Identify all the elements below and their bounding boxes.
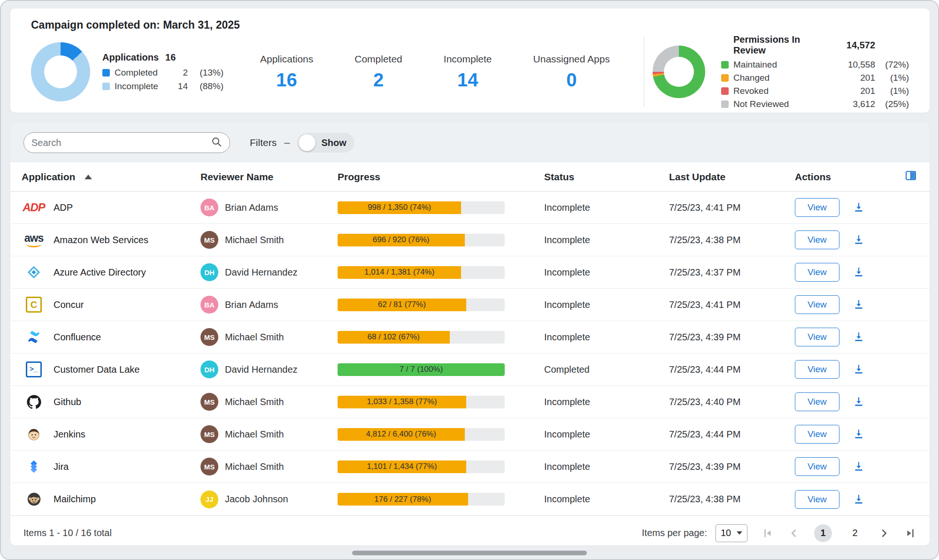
application-name: Azure Active Directory bbox=[54, 267, 146, 278]
permissions-summary: Permissions In Review 14,572 Maintained … bbox=[653, 34, 909, 109]
table-row: aws Amazon Web Services MS Michael Smith… bbox=[10, 224, 930, 256]
reviewer-name: Michael Smith bbox=[225, 429, 284, 440]
view-button[interactable]: View bbox=[795, 263, 839, 282]
stat-incomplete: Incomplete 14 bbox=[444, 54, 492, 91]
column-settings-icon[interactable] bbox=[904, 169, 917, 184]
application-name: Jenkins bbox=[54, 429, 85, 440]
table-row: ADP ADP BA Brian Adams 998 / 1,350 (74%)… bbox=[10, 192, 930, 224]
view-button[interactable]: View bbox=[795, 230, 839, 249]
permissions-total: 14,572 bbox=[833, 40, 875, 51]
stat-completed: Completed 2 bbox=[354, 54, 402, 91]
progress-label: 1,033 / 1,358 (77%) bbox=[367, 397, 437, 407]
not-reviewed-swatch-icon bbox=[721, 100, 729, 108]
legend-item-revoked: Revoked 201 (1%) bbox=[721, 86, 909, 96]
view-button[interactable]: View bbox=[795, 425, 839, 444]
jenkins-logo-icon bbox=[22, 427, 46, 442]
table-header-row: Application Reviewer Name Progress Statu… bbox=[10, 162, 930, 192]
completed-swatch-icon bbox=[102, 69, 110, 77]
download-icon[interactable] bbox=[853, 331, 865, 343]
view-button[interactable]: View bbox=[795, 457, 839, 476]
download-icon[interactable] bbox=[853, 363, 865, 376]
last-update: 7/25/23, 4:38 PM bbox=[669, 494, 740, 504]
applications-donut-chart bbox=[31, 42, 90, 101]
search-input[interactable] bbox=[31, 138, 211, 148]
aws-logo-icon: aws bbox=[22, 233, 46, 247]
status-text: Incomplete bbox=[544, 461, 590, 472]
view-button[interactable]: View bbox=[795, 328, 839, 346]
filter-bar: Filters – Show bbox=[10, 123, 930, 162]
view-button[interactable]: View bbox=[795, 360, 839, 379]
last-update: 7/25/23, 4:40 PM bbox=[669, 397, 740, 407]
column-header-status[interactable]: Status bbox=[544, 171, 669, 183]
page-number-2[interactable]: 2 bbox=[846, 524, 864, 542]
items-per-page-label: Items per page: bbox=[642, 528, 707, 538]
column-header-application[interactable]: Application bbox=[10, 171, 200, 183]
download-icon[interactable] bbox=[853, 266, 865, 278]
table-row: Confluence MS Michael Smith 68 / 102 (67… bbox=[10, 321, 930, 353]
changed-swatch-icon bbox=[721, 74, 729, 82]
search-icon bbox=[211, 136, 222, 149]
items-per-page-select[interactable]: 10 bbox=[716, 524, 747, 542]
legend-total: 16 bbox=[165, 52, 176, 63]
progress-fill: 176 / 227 (78%) bbox=[338, 493, 468, 506]
progress-bar: 998 / 1,350 (74%) bbox=[338, 201, 505, 214]
application-name: Github bbox=[54, 397, 81, 407]
column-header-last-update[interactable]: Last Update bbox=[669, 171, 795, 183]
last-update: 7/25/23, 4:41 PM bbox=[669, 299, 740, 310]
view-button[interactable]: View bbox=[795, 392, 839, 411]
next-page-button[interactable] bbox=[878, 527, 890, 539]
page-number-1[interactable]: 1 bbox=[814, 524, 832, 542]
progress-bar: 176 / 227 (78%) bbox=[338, 493, 505, 506]
download-icon[interactable] bbox=[853, 493, 865, 506]
status-text: Incomplete bbox=[544, 202, 590, 213]
show-filters-toggle[interactable]: Show bbox=[297, 133, 354, 153]
download-icon[interactable] bbox=[853, 201, 865, 214]
last-page-button[interactable] bbox=[904, 527, 916, 539]
campaign-summary-card: Campaign completed on: March 31, 2025 Ap… bbox=[10, 8, 930, 113]
application-name: Confluence bbox=[54, 332, 101, 343]
campaign-completed-text: Campaign completed on: March 31, 2025 bbox=[31, 19, 909, 31]
search-box[interactable] bbox=[23, 132, 230, 153]
progress-label: 7 / 7 (100%) bbox=[400, 365, 443, 374]
application-name: Concur bbox=[54, 299, 84, 310]
reviewer-avatar: MS bbox=[200, 231, 218, 249]
items-summary: Items 1 - 10 / 16 total bbox=[23, 528, 112, 538]
table-row: C Concur BA Brian Adams 62 / 81 (77%) In… bbox=[10, 289, 930, 321]
azure-ad-logo-icon bbox=[22, 265, 46, 280]
view-button[interactable]: View bbox=[795, 295, 839, 314]
status-text: Completed bbox=[544, 364, 590, 375]
status-text: Incomplete bbox=[544, 332, 590, 342]
table-footer: Items 1 - 10 / 16 total Items per page: … bbox=[10, 515, 930, 545]
reviewer-avatar: BA bbox=[200, 296, 218, 314]
legend-item-completed: Completed 2 (13%) bbox=[102, 68, 223, 78]
home-indicator bbox=[352, 551, 587, 555]
first-page-button[interactable] bbox=[762, 527, 774, 539]
progress-bar: 62 / 81 (77%) bbox=[338, 299, 505, 311]
application-name: Customer Data Lake bbox=[54, 364, 139, 375]
progress-label: 696 / 920 (76%) bbox=[373, 235, 430, 245]
customer-data-lake-logo-icon: >_ bbox=[22, 361, 46, 377]
progress-fill: 68 / 102 (67%) bbox=[338, 331, 450, 344]
download-icon[interactable] bbox=[853, 428, 865, 440]
reviewer-avatar: MS bbox=[200, 425, 218, 443]
summary-stats: Applications 16 Completed 2 Incomplete 1… bbox=[260, 54, 610, 91]
reviewer-name: Jacob Johnson bbox=[225, 494, 288, 505]
table-row: Mailchimp JJ Jacob Johnson 176 / 227 (78… bbox=[10, 483, 930, 515]
permissions-title: Permissions In Review bbox=[721, 34, 833, 56]
progress-bar: 1,033 / 1,358 (77%) bbox=[338, 396, 505, 408]
sort-ascending-icon bbox=[85, 175, 92, 179]
download-icon[interactable] bbox=[853, 234, 865, 246]
view-button[interactable]: View bbox=[795, 490, 839, 509]
download-icon[interactable] bbox=[853, 299, 865, 311]
column-header-reviewer[interactable]: Reviewer Name bbox=[200, 171, 338, 183]
view-button[interactable]: View bbox=[795, 198, 839, 217]
progress-fill: 4,812 / 6,400 (76%) bbox=[338, 428, 465, 441]
download-icon[interactable] bbox=[853, 460, 865, 473]
reviewer-avatar: DH bbox=[200, 263, 218, 281]
column-header-progress[interactable]: Progress bbox=[338, 171, 544, 183]
download-icon[interactable] bbox=[853, 396, 865, 408]
previous-page-button[interactable] bbox=[788, 527, 800, 539]
permissions-donut-chart bbox=[653, 46, 705, 98]
jira-logo-icon bbox=[22, 459, 46, 474]
toggle-knob bbox=[299, 134, 316, 151]
